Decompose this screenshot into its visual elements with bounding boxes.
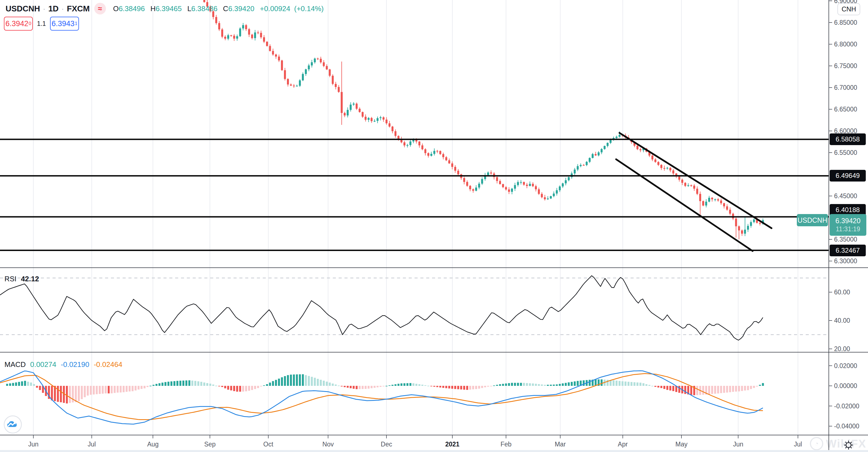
symbol-name[interactable]: USDCNH [6,4,40,13]
window-bottom-border [0,450,868,452]
delayed-data-icon[interactable]: ≈ [94,3,106,14]
ohlc-low: L6.38486 [187,4,217,13]
ohlc-row: O6.38496 H6.39465 L6.38486 C6.39420 +0.0… [113,4,328,13]
macd-tick-label: -0.02000 [834,402,859,410]
ohlc-close: C6.39420 [223,4,254,13]
time-axis-label: Sep [197,441,222,448]
time-axis-label: Mar [548,441,573,448]
separator-dot: · [61,4,64,13]
price-tick-label: 6.45000 [834,192,857,200]
bid-ask-row: 6.39420 1.1 6.39431 [4,17,79,31]
last-price-symbol-tag: USDCNH [797,214,828,226]
macd-tick-label: 0.02000 [834,362,857,370]
bid-price: 6.3942 [5,20,28,28]
price-tick-label: 6.75000 [834,62,857,70]
spread-value: 1.1 [37,20,46,28]
price-level-label: 6.32467 [830,245,866,256]
exchange-name[interactable]: FXCM [67,4,90,13]
change-percent: (+0.14%) [294,4,323,13]
time-axis-label: Apr [610,441,635,448]
rsi-tick-label: 20.00 [834,345,850,353]
axis-settings-gear-icon[interactable] [843,440,854,450]
macd-line-value: -0.02190 [61,360,90,369]
sell-button[interactable]: 6.39420 [4,17,33,31]
rsi-title: RSI [4,275,17,283]
tradingview-chart-window: USDCNH · 1D · FXCM ≈ O6.38496 H6.39465 L… [0,0,868,452]
time-axis-label: Aug [141,441,165,448]
price-tick-label: 6.35000 [834,236,857,243]
countdown-timer: 11:31:19 [836,225,860,233]
time-axis-label: Jun [21,441,46,448]
last-price-label: 6.39420 11:31:19 [830,214,866,236]
buy-button[interactable]: 6.39431 [50,17,79,31]
time-axis-label: May [669,441,694,448]
rsi-header[interactable]: RSI 42.12 [4,275,39,283]
ask-price: 6.3943 [52,20,74,28]
ohlc-high: H6.39465 [150,4,182,13]
price-level-label: 6.49649 [830,170,866,182]
ohlc-open: O6.38496 [113,4,145,13]
interval-selector[interactable]: 1D [49,4,59,13]
rsi-tick-label: 60.00 [834,289,850,296]
macd-tick-label: 0.00000 [834,382,857,390]
price-tick-label: 6.85000 [834,19,857,26]
chart-canvas[interactable] [0,0,868,452]
price-tick-label: 6.65000 [834,106,857,113]
ask-pip: 1 [75,21,77,26]
price-tick-label: 6.30000 [834,257,857,265]
time-axis-label: Feb [494,441,519,448]
currency-toggle-button[interactable]: CNH [837,3,860,15]
separator-dot: · [43,4,45,13]
macd-signal-value: -0.02464 [94,360,122,369]
bid-pip: 0 [29,21,31,26]
last-price-value: 6.39420 [835,217,861,225]
time-axis-label: Jul [785,441,810,448]
change-absolute: +0.00924 [260,4,290,13]
rsi-tick-label: 40.00 [834,317,850,324]
time-axis-label: Nov [316,441,341,448]
time-axis-label: Oct [256,441,281,448]
time-axis-label: Jun [726,441,751,448]
price-tick-label: 6.80000 [834,40,857,48]
macd-title: MACD [4,360,26,369]
macd-header[interactable]: MACD 0.00274 -0.02190 -0.02464 [4,360,122,369]
tradingview-logo[interactable] [4,415,22,434]
time-axis-label: Dec [374,441,399,448]
price-level-label: 6.58058 [830,133,866,145]
price-tick-label: 6.70000 [834,84,857,92]
rsi-value: 42.12 [21,275,39,283]
time-axis-label: Jul [79,441,104,448]
macd-histogram-value: 0.00274 [30,360,56,369]
price-tick-label: 6.55000 [834,149,857,157]
symbol-header: USDCNH · 1D · FXCM ≈ O6.38496 H6.39465 L… [6,3,328,14]
macd-tick-label: -0.04000 [834,423,859,430]
time-axis-label: 2021 [440,441,465,448]
